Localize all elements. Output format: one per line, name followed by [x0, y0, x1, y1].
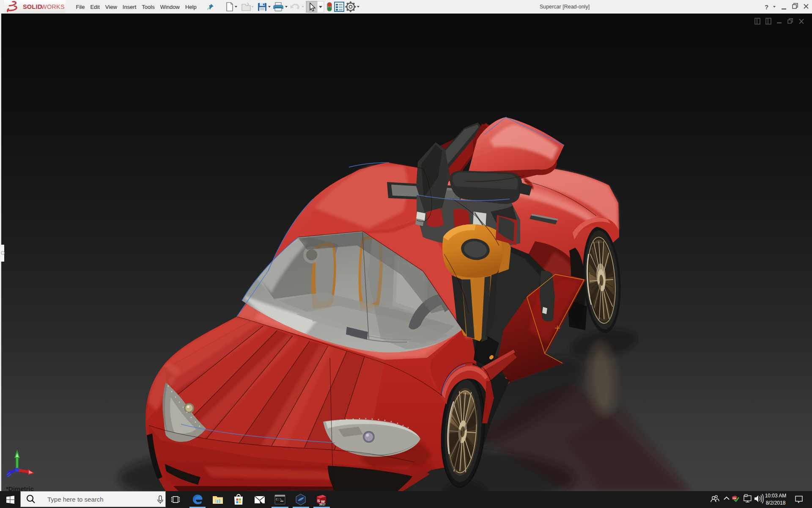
- svg-text:?: ?: [765, 3, 768, 11]
- svg-text:SOLID: SOLID: [23, 3, 42, 10]
- svg-text:S: S: [317, 498, 320, 503]
- svg-text:WORKS: WORKS: [41, 3, 65, 10]
- svg-text:C:\: C:\: [276, 497, 282, 501]
- svg-text:2017: 2017: [319, 503, 326, 506]
- svg-text:SW: SW: [732, 497, 737, 500]
